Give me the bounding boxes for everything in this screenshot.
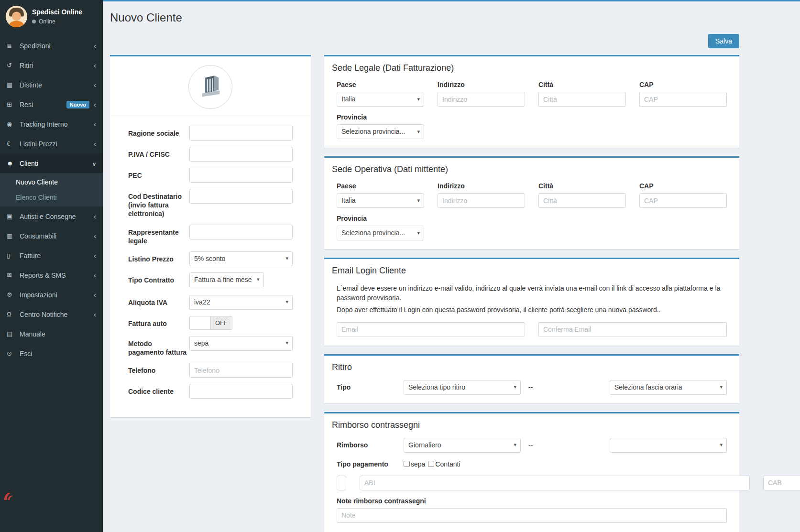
sidebar-item-ritiri[interactable]: ↺ Ritiri [0, 55, 103, 75]
aliquota-iva-select[interactable]: iva22 [189, 295, 293, 310]
sidebar-item-resi[interactable]: ⊞ Resi Nuovo [0, 95, 103, 114]
provincia-select[interactable]: Seleziona provincia... [337, 226, 424, 240]
sidebar-item-distinte[interactable]: ▦ Distinte [0, 75, 103, 95]
indirizzo-field: Indirizzo [438, 81, 525, 107]
codice-cliente-input[interactable] [189, 384, 293, 399]
conferma-email-input[interactable] [538, 322, 727, 337]
cap-input[interactable] [639, 193, 727, 208]
sidebar-item-impostazioni[interactable]: ⚙ Impostazioni [0, 285, 103, 304]
tipo-pagamento-checkboxes: sepa Contanti [404, 460, 463, 468]
save-button[interactable]: Salva [708, 34, 739, 48]
sidebar-item-label: Reports & SMS [20, 271, 94, 279]
sidebar-item-label: Impostazioni [20, 291, 94, 299]
rimborso-secondary-select[interactable] [610, 438, 727, 453]
sede-legale-row: Paese Italia Indirizzo Città [332, 81, 732, 107]
listino-prezzo-select[interactable]: 5% sconto [189, 251, 293, 266]
paese-select[interactable]: Italia [337, 193, 424, 208]
paese-label: Paese [337, 182, 424, 190]
fascia-oraria-select[interactable]: Seleziona fascia oraria [610, 380, 727, 395]
abi-input[interactable] [360, 476, 750, 490]
provincia-row: Provincia Seleziona provincia... [332, 113, 732, 139]
nuovo-badge: Nuovo [66, 101, 89, 109]
paese-select[interactable]: Italia [337, 92, 424, 107]
power-icon: ⊙ [7, 350, 20, 357]
sepa-checkbox-label: sepa [411, 460, 425, 468]
ritiro-row: Tipo Seleziona tipo ritiro -- Seleziona … [332, 380, 732, 395]
form-row-telefono: Telefono [110, 363, 311, 378]
indirizzo-field: Indirizzo [438, 182, 525, 208]
email-login-panel: Email Login Cliente L`email deve essere … [324, 258, 739, 346]
note-rimborso-input[interactable] [337, 508, 727, 523]
contanti-checkbox[interactable] [428, 461, 434, 467]
sidebar-item-autisti-e-consegne[interactable]: ▣ Autisti e Consegne [0, 206, 103, 226]
user-info: Spedisci Online Online [32, 8, 82, 25]
sidebar-item-listini-prezzi[interactable]: € Listini Prezzi [0, 134, 103, 153]
ragione-sociale-input[interactable] [189, 126, 293, 141]
chevron-left-icon [94, 62, 96, 69]
ritiro-panel: Ritiro Tipo Seleziona tipo ritiro -- Sel… [324, 354, 739, 403]
sidebar-item-fatture[interactable]: ▯ Fatture [0, 246, 103, 265]
list-icon: ≣ [7, 42, 20, 49]
sidebar-item-reports-sms[interactable]: ✉ Reports & SMS [0, 265, 103, 285]
rimborso-row: Rimborso Giornaliero -- [332, 438, 732, 453]
chevron-left-icon [94, 311, 96, 318]
cap-input[interactable] [639, 92, 727, 107]
submenu-item-elenco-clienti[interactable]: Elenco Clienti [0, 190, 103, 205]
sidebar-item-consumabili[interactable]: ▥ Consumabili [0, 226, 103, 246]
chevron-left-icon [94, 101, 96, 108]
cap-label: CAP [639, 182, 727, 190]
indirizzo-label: Indirizzo [438, 182, 525, 190]
form-row-tipo-contratto: Tipo Contratto Fattura a fine mese [110, 272, 311, 289]
fattura-auto-toggle[interactable]: OFF [189, 316, 232, 330]
submenu-item-nuovo-cliente[interactable]: Nuovo Cliente [0, 174, 103, 190]
chevron-left-icon [94, 140, 96, 147]
metodo-pagamento-label: Metodo pagamento fattura [128, 336, 189, 357]
citta-label: Città [538, 81, 626, 88]
email-login-title: Email Login Cliente [332, 266, 732, 276]
cod-destinatario-input[interactable] [189, 189, 293, 204]
sepa-checkbox[interactable] [404, 461, 410, 467]
email-input[interactable] [337, 322, 525, 337]
divider [110, 116, 311, 116]
bell-icon: Ω [7, 311, 20, 318]
chevron-left-icon [94, 42, 96, 49]
form-row-fattura-auto: Fattura auto OFF [110, 316, 311, 330]
sidebar-item-clienti[interactable]: ☻ Clienti [0, 153, 103, 173]
gears-icon: ⚙ [7, 291, 20, 298]
rimborso-frequenza-select[interactable]: Giornaliero [404, 438, 521, 453]
tipo-ritiro-select[interactable]: Seleziona tipo ritiro [404, 380, 521, 395]
cab-input[interactable] [763, 476, 800, 490]
indirizzo-input[interactable] [438, 193, 525, 208]
email-info-line1: L`email deve essere un indirizzo e-mail … [337, 283, 727, 303]
sidebar-item-esci[interactable]: ⊙ Esci [0, 344, 103, 363]
status-line: Online [32, 18, 82, 25]
rimborso-title: Rimborso contrassegni [332, 420, 732, 430]
sidebar-item-spedizioni[interactable]: ≣ Spedizioni [0, 36, 103, 55]
telefono-input[interactable] [189, 363, 293, 378]
piva-input[interactable] [189, 147, 293, 162]
metodo-pagamento-select[interactable]: sepa [189, 336, 293, 351]
ragione-sociale-label: Ragione sociale [128, 126, 189, 138]
rimborso-contrassegni-panel: Rimborso contrassegni Rimborso Giornalie… [324, 412, 739, 532]
separator-dashes: -- [528, 441, 533, 449]
sidebar-item-manuale[interactable]: ▤ Manuale [0, 324, 103, 344]
pec-input[interactable] [189, 168, 293, 183]
tipo-contratto-select[interactable]: Fattura a fine mese [189, 272, 264, 287]
indirizzo-input[interactable] [438, 92, 525, 107]
sidebar-item-centro-notifiche[interactable]: Ω Centro Notifiche [0, 304, 103, 324]
sidebar-item-tracking-interno[interactable]: ◉ Tracking Interno [0, 114, 103, 134]
iban-input[interactable] [337, 476, 346, 490]
online-status-dot [32, 20, 36, 23]
sede-operativa-title: Sede Operativa (Dati mittente) [332, 164, 732, 174]
contanti-checkbox-label: Contanti [435, 460, 460, 468]
citta-input[interactable] [538, 92, 626, 107]
user-avatar [6, 6, 27, 27]
paese-field: Paese Italia [337, 81, 424, 107]
rappresentante-input[interactable] [189, 225, 293, 239]
user-icon: ☻ [7, 160, 20, 167]
form-row-listino: Listino Prezzo 5% sconto [110, 251, 311, 266]
form-row-codice-cliente: Codice cliente [110, 384, 311, 399]
citta-input[interactable] [538, 193, 626, 208]
provincia-select[interactable]: Seleziona provincia... [337, 124, 424, 139]
fattura-auto-label: Fattura auto [128, 316, 189, 328]
